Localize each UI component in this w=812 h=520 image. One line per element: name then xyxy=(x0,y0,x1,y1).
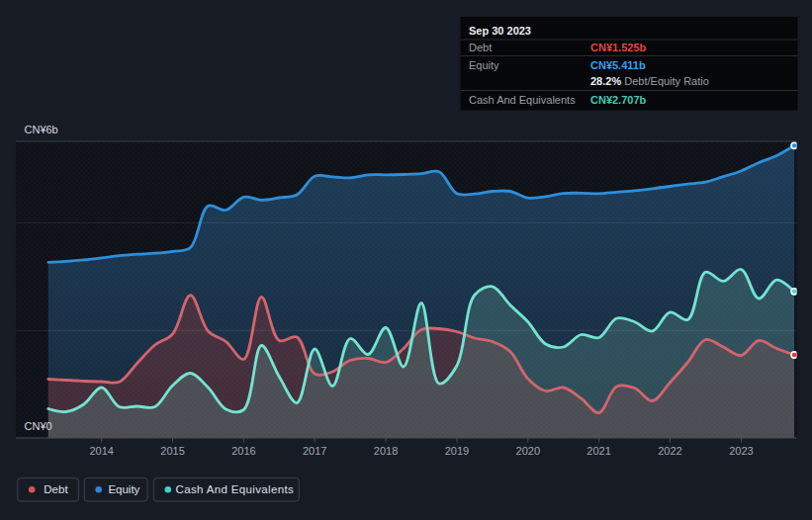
svg-text:CN¥1.525b: CN¥1.525b xyxy=(590,42,647,53)
svg-text:CN¥5.411b: CN¥5.411b xyxy=(590,59,646,71)
svg-text:CN¥6b: CN¥6b xyxy=(25,124,58,135)
svg-text:2016: 2016 xyxy=(231,445,255,457)
svg-text:Cash And Equivalents: Cash And Equivalents xyxy=(469,94,576,106)
svg-text:CN¥2.707b: CN¥2.707b xyxy=(590,94,647,106)
svg-text:Sep 30 2023: Sep 30 2023 xyxy=(469,25,531,37)
svg-text:CN¥0: CN¥0 xyxy=(25,420,52,432)
svg-text:Equity: Equity xyxy=(469,59,499,71)
svg-text:2020: 2020 xyxy=(516,445,540,457)
svg-text:2015: 2015 xyxy=(160,445,184,457)
svg-text:Debt: Debt xyxy=(469,42,492,53)
svg-text:2019: 2019 xyxy=(445,445,469,457)
svg-text:2022: 2022 xyxy=(658,445,681,457)
svg-text:2023: 2023 xyxy=(729,445,753,457)
svg-text:28.2% Debt/Equity Ratio: 28.2% Debt/Equity Ratio xyxy=(590,75,709,87)
svg-text:2014: 2014 xyxy=(89,445,113,457)
svg-text:2021: 2021 xyxy=(586,445,610,457)
svg-text:Debt: Debt xyxy=(44,483,68,495)
svg-text:2017: 2017 xyxy=(303,445,326,457)
svg-text:Equity: Equity xyxy=(108,483,139,495)
svg-text:Cash And Equivalents: Cash And Equivalents xyxy=(176,483,295,495)
svg-text:2018: 2018 xyxy=(374,445,398,457)
